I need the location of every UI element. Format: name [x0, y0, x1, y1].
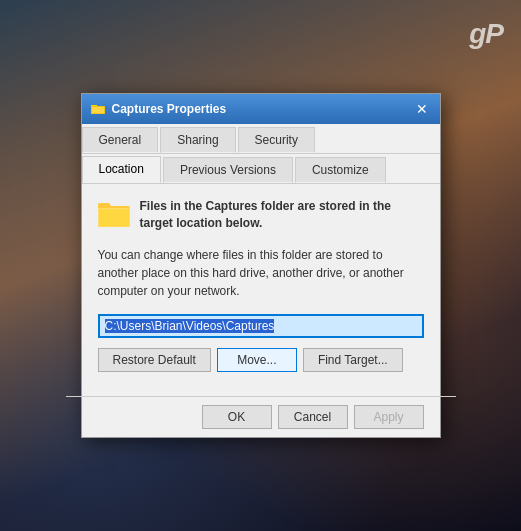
- move-button[interactable]: Move...: [217, 348, 297, 372]
- dialog-footer: OK Cancel Apply: [82, 397, 440, 437]
- info-banner: Files in the Captures folder are stored …: [98, 198, 424, 232]
- tab-customize[interactable]: Customize: [295, 157, 386, 183]
- action-buttons: Restore Default Move... Find Target...: [98, 348, 424, 372]
- tab-security[interactable]: Security: [238, 127, 315, 153]
- title-bar: Captures Properties ✕: [82, 94, 440, 124]
- tabs-row-2: Location Previous Versions Customize: [82, 154, 440, 184]
- ok-button[interactable]: OK: [202, 405, 272, 429]
- folder-icon: [98, 200, 130, 231]
- svg-rect-3: [92, 107, 104, 113]
- restore-default-button[interactable]: Restore Default: [98, 348, 211, 372]
- apply-button[interactable]: Apply: [354, 405, 424, 429]
- tab-previous-versions[interactable]: Previous Versions: [163, 157, 293, 183]
- info-text: Files in the Captures folder are stored …: [140, 198, 424, 232]
- tab-location[interactable]: Location: [82, 156, 161, 183]
- title-bar-icon: [90, 101, 106, 117]
- find-target-button[interactable]: Find Target...: [303, 348, 403, 372]
- dialog-window: Captures Properties ✕ General Sharing Se…: [81, 93, 441, 438]
- description-text: You can change where files in this folde…: [98, 246, 424, 300]
- path-input[interactable]: [98, 314, 424, 338]
- info-text-bold: Files in the Captures folder are stored …: [140, 199, 391, 230]
- tab-general[interactable]: General: [82, 127, 159, 153]
- watermark: gP: [469, 18, 503, 50]
- tab-sharing[interactable]: Sharing: [160, 127, 235, 153]
- close-button[interactable]: ✕: [412, 99, 432, 119]
- cancel-button[interactable]: Cancel: [278, 405, 348, 429]
- dialog-content: Files in the Captures folder are stored …: [82, 184, 440, 396]
- tabs-row-1: General Sharing Security: [82, 124, 440, 154]
- dialog-title: Captures Properties: [112, 102, 227, 116]
